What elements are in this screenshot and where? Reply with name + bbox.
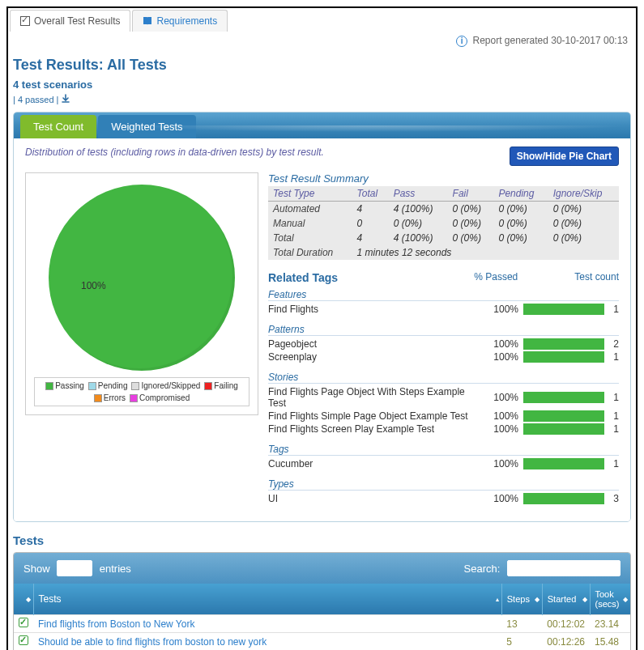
progress-bar — [523, 423, 604, 435]
search-input[interactable] — [507, 560, 621, 576]
tag-group: FeaturesFind Flights100%1 — [268, 289, 619, 316]
tag-name[interactable]: Screenplay — [268, 351, 479, 363]
swatch-compromised — [130, 394, 138, 402]
tag-group: TagsCucumber100%1 — [268, 444, 619, 470]
results-panel: Test Count Weighted Tests Distribution o… — [13, 112, 631, 522]
progress-bar — [523, 392, 604, 403]
tests-heading: Tests — [13, 533, 631, 547]
table-row: Find flights from Boston to New York1300… — [14, 615, 630, 633]
col-tests[interactable]: Tests▴ — [33, 584, 501, 615]
tests-table: ◆ Tests▴ Steps◆ Started◆ Took (secs)◆ Fi… — [14, 584, 630, 650]
tag-name[interactable]: Find Flights — [268, 304, 479, 315]
tag-group: TypesUI100%3 — [268, 478, 619, 505]
tag-row: Screenplay100%1 — [268, 350, 619, 363]
tag-row: Pageobject100%2 — [268, 338, 619, 350]
tab-label: Requirements — [156, 15, 217, 27]
tag-name[interactable]: Cucumber — [268, 458, 479, 469]
col-steps[interactable]: Steps◆ — [501, 584, 542, 615]
progress-bar — [523, 410, 604, 422]
report-timestamp: Report generated 30-10-2017 00:13 — [473, 35, 628, 46]
download-icon[interactable] — [61, 94, 70, 105]
tab-label: Overall Test Results — [34, 15, 120, 27]
tests-panel: Show entries Search: ◆ Tests▴ Steps◆ Sta… — [13, 552, 631, 650]
show-label: Show — [23, 563, 50, 575]
group-label: Patterns — [268, 324, 619, 336]
swatch-failing — [204, 382, 212, 390]
col-started[interactable]: Started◆ — [542, 584, 590, 615]
tab-weighted-tests[interactable]: Weighted Tests — [98, 115, 195, 138]
search-label: Search: — [464, 563, 501, 575]
chart-legend: Passing Pending Ignored/Skipped Failing … — [34, 377, 249, 406]
inner-tabs: Test Count Weighted Tests — [14, 113, 630, 138]
tag-name[interactable]: Find Flights Screen Play Example Test — [268, 423, 479, 435]
table-row: Should be able to find flights from bost… — [14, 633, 630, 651]
table-row: Automated44 (100%)0 (0%)0 (0%)0 (0%) — [268, 202, 619, 217]
swatch-pending — [88, 382, 96, 390]
entries-label: entries — [100, 563, 131, 575]
tag-name[interactable]: Pageobject — [268, 338, 479, 350]
tag-name[interactable]: Find Flights Simple Page Object Example … — [268, 410, 479, 422]
tag-name[interactable]: Find Flights Page Object With Steps Exam… — [268, 386, 479, 409]
entries-input[interactable] — [57, 560, 92, 576]
group-label: Tags — [268, 444, 619, 456]
pie-chart: 100% — [49, 185, 235, 371]
progress-bar — [523, 351, 604, 363]
pie-label: 100% — [81, 280, 106, 291]
pass-summary-text: | 4 passed | — [13, 95, 58, 104]
tag-name[interactable]: UI — [268, 493, 479, 504]
sort-icon: ◆ — [26, 596, 31, 603]
check-icon — [19, 618, 28, 627]
col-passed-label: % Passed — [474, 271, 518, 284]
tag-row: Cucumber100%1 — [268, 457, 619, 470]
pie-chart-box: 100% Passing Pending Ignored/Skipped Fai… — [25, 172, 258, 415]
test-link[interactable]: Find flights from Boston to New York — [38, 618, 194, 630]
sort-icon: ◆ — [623, 596, 628, 603]
swatch-passing — [45, 382, 53, 390]
group-label: Stories — [268, 372, 619, 384]
pass-summary-row: | 4 passed | — [13, 94, 631, 105]
swatch-ignored — [131, 382, 139, 390]
description-text: Distribution of tests (including rows in… — [25, 147, 510, 158]
sort-icon: ◆ — [535, 596, 540, 603]
sort-icon: ◆ — [582, 596, 587, 603]
test-link[interactable]: Should be able to find flights from bost… — [38, 636, 267, 648]
checkbox-icon — [20, 16, 30, 26]
tag-row: Find Flights Screen Play Example Test100… — [268, 423, 619, 435]
tab-test-count[interactable]: Test Count — [20, 115, 96, 138]
info-icon: i — [456, 36, 467, 47]
page-title: Test Results: All Tests — [13, 57, 631, 74]
col-count-label: Test count — [574, 271, 619, 284]
book-icon — [143, 16, 152, 26]
tag-row: Find Flights Page Object With Steps Exam… — [268, 385, 619, 410]
table-row: Total44 (100%)0 (0%)0 (0%)0 (0%) — [268, 231, 619, 245]
group-label: Types — [268, 478, 619, 491]
sort-icon: ▴ — [496, 596, 499, 603]
col-status[interactable]: ◆ — [14, 584, 33, 615]
related-tags-title: Related Tags — [268, 271, 338, 284]
tag-row: UI100%3 — [268, 492, 619, 505]
group-label: Features — [268, 289, 619, 301]
progress-bar — [523, 304, 604, 315]
tag-group: StoriesFind Flights Page Object With Ste… — [268, 372, 619, 435]
summary-table: Test Type Total Pass Fail Pending Ignore… — [268, 186, 619, 260]
table-row: Manual00 (0%)0 (0%)0 (0%)0 (0%) — [268, 216, 619, 231]
scenarios-count: 4 test scenarios — [13, 79, 631, 91]
progress-bar — [523, 338, 604, 350]
toggle-pie-button[interactable]: Show/Hide Pie Chart — [510, 147, 619, 166]
check-icon — [19, 635, 28, 645]
tab-overall-results[interactable]: Overall Test Results — [10, 10, 130, 32]
tag-group: PatternsPageobject100%2Screenplay100%1 — [268, 324, 619, 363]
col-took[interactable]: Took (secs)◆ — [590, 584, 630, 615]
swatch-errors — [94, 394, 102, 402]
tag-row: Find Flights100%1 — [268, 303, 619, 316]
summary-title: Test Result Summary — [268, 172, 619, 185]
report-timestamp-row: i Report generated 30-10-2017 00:13 — [10, 32, 634, 50]
progress-bar — [523, 493, 604, 504]
tab-requirements[interactable]: Requirements — [132, 10, 228, 32]
progress-bar — [523, 458, 604, 469]
tag-row: Find Flights Simple Page Object Example … — [268, 410, 619, 423]
outer-tabs: Overall Test Results Requirements — [10, 10, 634, 32]
